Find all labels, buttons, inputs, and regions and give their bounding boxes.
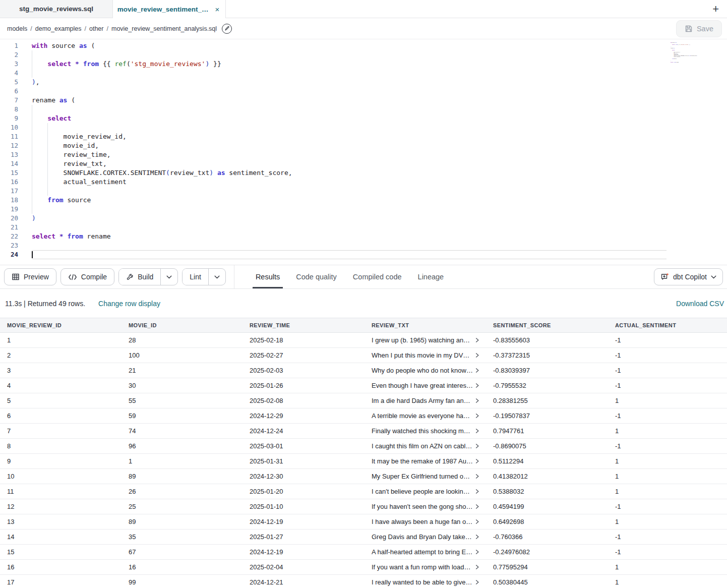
- tab-code-quality[interactable]: Code quality: [288, 265, 345, 288]
- expand-row-icon[interactable]: [475, 474, 479, 479]
- expand-row-icon[interactable]: [475, 549, 479, 555]
- cell-value: Finally watched this shocking movie la…: [372, 427, 473, 435]
- col-sentiment-score: SENTIMENT_SCORE: [486, 318, 608, 332]
- cell-sentiment-score: 0.6492698: [486, 514, 608, 529]
- breadcrumb-other[interactable]: other: [89, 25, 104, 32]
- code-line[interactable]: 7rename as (: [0, 96, 727, 105]
- minimap[interactable]: with source as ( select * from {{ ref('s…: [671, 42, 701, 69]
- cell-value: 35: [129, 533, 243, 541]
- cell-movie-review-id: 12: [0, 499, 122, 514]
- code-line[interactable]: 13 review_time,: [0, 150, 727, 159]
- expand-row-icon[interactable]: [475, 443, 479, 449]
- cell-movie-review-id: 10: [0, 469, 122, 484]
- line-number: 12: [0, 141, 18, 150]
- cell-value: 0.77595294: [493, 563, 608, 571]
- tab-stg-movie-reviews[interactable]: stg_movie_reviews.sql: [0, 0, 113, 18]
- col-movie-id: MOVIE_ID: [122, 318, 243, 332]
- table-body: 1282025-02-18I grew up (b. 1965) watchin…: [0, 333, 727, 588]
- code-line[interactable]: 21: [0, 223, 727, 232]
- line-number: 1: [0, 41, 18, 50]
- cell-value: 4: [7, 382, 122, 389]
- save-button[interactable]: Save: [676, 20, 722, 37]
- results-table: MOVIE_REVIEW_ID MOVIE_ID REVIEW_TIME REV…: [0, 318, 727, 588]
- expand-row-icon[interactable]: [475, 504, 479, 509]
- code-line[interactable]: 20): [0, 214, 727, 223]
- code-line[interactable]: 10: [0, 123, 727, 132]
- cell-review-time: 2025-01-26: [243, 378, 365, 393]
- close-tab-icon[interactable]: ×: [214, 5, 221, 14]
- code-line[interactable]: 9 select: [0, 114, 727, 123]
- line-number: 19: [0, 205, 18, 214]
- expand-row-icon[interactable]: [475, 398, 479, 403]
- code-line[interactable]: 19: [0, 205, 727, 214]
- cell-value: 1: [615, 488, 727, 495]
- copilot-explain-icon[interactable]: [222, 24, 232, 34]
- code-line[interactable]: 1with source as (: [0, 41, 727, 50]
- tab-movie-review-sentiment-analysis[interactable]: movie_review_sentiment_… ×: [113, 0, 226, 18]
- cell-value: 5: [7, 397, 122, 404]
- table-row: 912025-01-31It may be the remake of 1987…: [0, 454, 727, 469]
- lint-dropdown-button[interactable]: [208, 269, 225, 285]
- code-line[interactable]: 14 review_txt,: [0, 159, 727, 168]
- change-row-display-link[interactable]: Change row display: [98, 300, 160, 308]
- cell-sentiment-score: -0.37372315: [486, 348, 608, 363]
- new-tab-icon[interactable]: +: [709, 4, 722, 15]
- download-csv-link[interactable]: Download CSV: [676, 300, 724, 308]
- expand-row-icon[interactable]: [475, 534, 479, 540]
- expand-row-icon[interactable]: [475, 337, 479, 343]
- lint-button[interactable]: Lint: [183, 269, 208, 285]
- expand-row-icon[interactable]: [475, 564, 479, 570]
- code-line[interactable]: 4: [0, 69, 727, 78]
- table-icon: [12, 273, 20, 281]
- cell-movie-id: 89: [122, 469, 243, 484]
- cell-actual-sentiment: 1: [608, 424, 727, 438]
- line-number: 2: [0, 50, 18, 60]
- expand-row-icon[interactable]: [475, 352, 479, 358]
- tab-compiled-code[interactable]: Compiled code: [345, 265, 410, 288]
- expand-row-icon[interactable]: [475, 383, 479, 388]
- cell-value: -1: [615, 336, 727, 344]
- expand-row-icon[interactable]: [475, 519, 479, 524]
- dbt-copilot-button[interactable]: dbt Copilot: [654, 268, 723, 285]
- cell-actual-sentiment: -1: [608, 545, 727, 559]
- code-line[interactable]: 22select * from rename: [0, 232, 727, 241]
- expand-row-icon[interactable]: [475, 458, 479, 464]
- cell-value: 2024-12-19: [250, 548, 365, 556]
- expand-row-icon[interactable]: [475, 413, 479, 419]
- cell-value: 0.4594199: [493, 503, 608, 510]
- code-line[interactable]: 5),: [0, 78, 727, 87]
- breadcrumb-models[interactable]: models: [7, 25, 27, 32]
- line-number: 7: [0, 96, 18, 105]
- expand-row-icon[interactable]: [475, 579, 479, 585]
- tab-lineage[interactable]: Lineage: [410, 265, 452, 288]
- code-line[interactable]: 15 SNOWFLAKE.CORTEX.SENTIMENT(review_txt…: [0, 168, 727, 178]
- code-editor[interactable]: 1with source as (23 select * from {{ ref…: [0, 39, 727, 265]
- compile-button[interactable]: Compile: [60, 268, 114, 285]
- code-line[interactable]: 17: [0, 187, 727, 196]
- code-line[interactable]: 3 select * from {{ ref('stg_movie_review…: [0, 60, 727, 69]
- col-review-txt: REVIEW_TXT: [365, 318, 486, 332]
- expand-row-icon[interactable]: [475, 428, 479, 434]
- cell-value: 12: [7, 503, 122, 510]
- breadcrumb-demo-examples[interactable]: demo_examples: [35, 25, 82, 32]
- code-line[interactable]: 11 movie_review_id,: [0, 132, 727, 141]
- code-line[interactable]: 18 from source: [0, 196, 727, 205]
- code-line[interactable]: 16 actual_sentiment: [0, 178, 727, 187]
- cell-movie-id: 35: [122, 530, 243, 544]
- tab-results[interactable]: Results: [248, 265, 288, 288]
- code-line[interactable]: 8: [0, 105, 727, 114]
- code-line[interactable]: 6: [0, 87, 727, 96]
- indent-guide: [32, 196, 32, 205]
- build-dropdown-button[interactable]: [160, 269, 177, 285]
- code-line[interactable]: 24: [0, 250, 727, 259]
- code-line[interactable]: 12 movie_id,: [0, 141, 727, 150]
- expand-row-icon[interactable]: [475, 368, 479, 373]
- cell-review-txt: My Super Ex Girlfriend turned out to b…: [365, 469, 486, 484]
- cell-review-txt: A half-hearted attempt to bring Elvis P…: [365, 545, 486, 559]
- code-line[interactable]: 2: [0, 50, 727, 60]
- expand-row-icon[interactable]: [475, 489, 479, 494]
- preview-button[interactable]: Preview: [4, 268, 56, 285]
- code-line[interactable]: 23: [0, 241, 727, 250]
- build-button[interactable]: Build: [119, 269, 160, 285]
- cell-value: 96: [129, 442, 243, 450]
